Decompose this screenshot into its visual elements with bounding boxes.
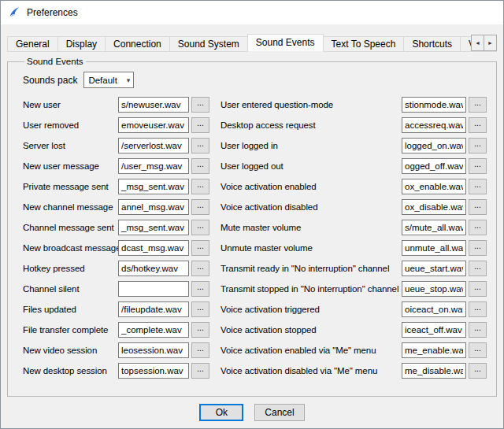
- sound-file-input[interactable]: [118, 342, 189, 358]
- sound-file-input[interactable]: [118, 363, 189, 379]
- tab-display[interactable]: Display: [57, 36, 106, 52]
- browse-button[interactable]: ...: [191, 342, 209, 358]
- sound-event-label: Voice activation stopped: [220, 325, 402, 335]
- browse-button[interactable]: ...: [469, 363, 487, 379]
- tab-sound-system[interactable]: Sound System: [169, 36, 248, 52]
- sound-event-rows: New user ... User removed ... Server los…: [23, 97, 487, 383]
- sounds-pack-value: Default: [88, 76, 117, 85]
- sound-file-input[interactable]: [118, 117, 189, 133]
- browse-button[interactable]: ...: [469, 97, 487, 113]
- sound-event-row: Voice activation enabled via "Me" menu .…: [220, 342, 487, 358]
- sound-event-label: New desktop session: [23, 366, 118, 375]
- browse-button[interactable]: ...: [191, 179, 209, 194]
- sounds-pack-row: Sounds pack Default ▾: [23, 72, 487, 88]
- sound-file-input[interactable]: [118, 138, 189, 153]
- browse-button[interactable]: ...: [191, 301, 209, 317]
- sound-file-input[interactable]: [118, 199, 189, 215]
- left-column: New user ... User removed ... Server los…: [23, 97, 214, 383]
- browse-button[interactable]: ...: [469, 220, 487, 235]
- browse-button[interactable]: ...: [469, 261, 487, 276]
- browse-button[interactable]: ...: [469, 179, 487, 194]
- sound-file-input[interactable]: [402, 240, 466, 256]
- sound-event-label: Channel message sent: [23, 223, 118, 232]
- sound-event-row: Private message sent ...: [23, 179, 214, 194]
- sound-event-row: Unmute master volume ...: [220, 240, 487, 256]
- sound-file-input[interactable]: [402, 342, 466, 358]
- sound-file-input[interactable]: [118, 158, 189, 174]
- sound-event-row: User logged out ...: [220, 158, 487, 174]
- browse-button[interactable]: ...: [191, 363, 209, 379]
- browse-button[interactable]: ...: [469, 158, 487, 174]
- sound-file-input[interactable]: [402, 117, 466, 133]
- preferences-window: Preferences GeneralDisplayConnectionSoun…: [0, 0, 504, 429]
- browse-button[interactable]: ...: [469, 342, 487, 358]
- browse-button[interactable]: ...: [469, 199, 487, 215]
- sound-event-label: File transfer complete: [23, 325, 118, 335]
- sound-event-row: Voice activation triggered ...: [220, 301, 487, 317]
- sound-event-row: Voice activation stopped ...: [220, 322, 487, 338]
- browse-button[interactable]: ...: [191, 117, 209, 133]
- sound-file-input[interactable]: [118, 322, 189, 338]
- sound-file-input[interactable]: [402, 322, 466, 338]
- sound-file-input[interactable]: [118, 301, 189, 317]
- sound-event-row: Voice activation disabled via "Me" menu …: [220, 363, 487, 379]
- ok-button[interactable]: Ok: [199, 404, 243, 421]
- sound-event-row: Channel silent ...: [23, 281, 214, 297]
- sound-file-input[interactable]: [402, 220, 466, 235]
- sound-file-input[interactable]: [402, 301, 466, 317]
- sound-event-label: New channel message: [23, 202, 118, 212]
- tab-scroll-control: ◄ ►: [472, 35, 497, 51]
- right-column: User entered question-mode ... Desktop a…: [220, 97, 487, 383]
- sound-event-row: Files updated ...: [23, 301, 214, 317]
- cancel-button[interactable]: Cancel: [254, 404, 304, 421]
- tab-connection[interactable]: Connection: [105, 36, 170, 52]
- sound-file-input[interactable]: [402, 138, 466, 153]
- browse-button[interactable]: ...: [469, 322, 487, 338]
- browse-button[interactable]: ...: [469, 301, 487, 317]
- tab-sound-events[interactable]: Sound Events: [247, 34, 324, 52]
- sound-file-input[interactable]: [118, 281, 189, 297]
- sounds-pack-select[interactable]: Default ▾: [83, 72, 134, 88]
- tab-text-to-speech[interactable]: Text To Speech: [323, 36, 405, 52]
- browse-button[interactable]: ...: [191, 138, 209, 153]
- sound-event-label: Desktop access request: [220, 120, 402, 130]
- sound-file-input[interactable]: [402, 199, 466, 215]
- chevron-down-icon: ▾: [127, 76, 131, 84]
- browse-button[interactable]: ...: [469, 281, 487, 297]
- sound-event-row: Voice activation enabled ...: [220, 179, 487, 194]
- sound-file-input[interactable]: [402, 261, 466, 276]
- sound-file-input[interactable]: [118, 179, 189, 194]
- sound-event-label: Files updated: [23, 305, 118, 314]
- browse-button[interactable]: ...: [191, 97, 209, 113]
- sound-event-label: Server lost: [23, 141, 118, 150]
- app-icon: [8, 6, 20, 19]
- browse-button[interactable]: ...: [469, 138, 487, 153]
- sound-file-input[interactable]: [118, 97, 189, 113]
- tab-shortcuts[interactable]: Shortcuts: [403, 36, 461, 52]
- sound-file-input[interactable]: [402, 281, 466, 297]
- sound-file-input[interactable]: [402, 97, 466, 113]
- browse-button[interactable]: ...: [191, 220, 209, 235]
- sound-file-input[interactable]: [402, 158, 466, 174]
- sound-file-input[interactable]: [402, 363, 466, 379]
- sound-event-row: New video session ...: [23, 342, 214, 358]
- sound-event-label: Channel silent: [23, 284, 118, 294]
- tab-scroll-left-button[interactable]: ◄: [471, 35, 484, 51]
- browse-button[interactable]: ...: [191, 281, 209, 297]
- tab-general[interactable]: General: [7, 36, 58, 52]
- browse-button[interactable]: ...: [191, 322, 209, 338]
- sound-file-input[interactable]: [118, 220, 189, 235]
- sound-event-row: New user message ...: [23, 158, 214, 174]
- browse-button[interactable]: ...: [191, 261, 209, 276]
- sound-event-row: Transmit ready in "No interruption" chan…: [220, 261, 487, 276]
- browse-button[interactable]: ...: [191, 199, 209, 215]
- tab-scroll-right-button[interactable]: ►: [484, 35, 497, 51]
- browse-button[interactable]: ...: [469, 240, 487, 256]
- browse-button[interactable]: ...: [469, 117, 487, 133]
- browse-button[interactable]: ...: [191, 158, 209, 174]
- sound-event-label: Transmit stopped in "No interruption" ch…: [220, 284, 402, 294]
- browse-button[interactable]: ...: [191, 240, 209, 256]
- sound-file-input[interactable]: [402, 179, 466, 194]
- sound-file-input[interactable]: [118, 261, 189, 276]
- sound-file-input[interactable]: [118, 240, 189, 256]
